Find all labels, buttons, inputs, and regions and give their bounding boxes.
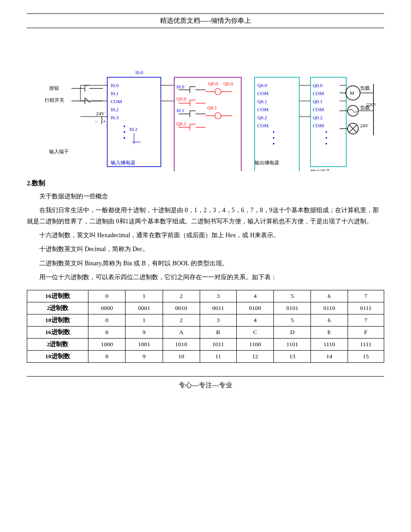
svg-text:Q0.1: Q0.1 bbox=[176, 121, 186, 126]
svg-text:•: • bbox=[273, 141, 275, 147]
svg-text:24V: 24V bbox=[360, 123, 369, 128]
svg-text:COM: COM bbox=[257, 123, 268, 128]
row-header: 2进制数 bbox=[27, 302, 88, 314]
table-cell: 1101 bbox=[274, 338, 311, 350]
plc-diagram: 按钮 行程开关 输入端子 24V − + I0.0 I0.1 bbox=[36, 37, 375, 171]
table-cell: 0101 bbox=[274, 302, 311, 314]
svg-text:•: • bbox=[325, 141, 327, 147]
svg-text:COM: COM bbox=[257, 107, 268, 112]
svg-text:I0.2: I0.2 bbox=[130, 126, 137, 132]
table-cell: 10 bbox=[163, 350, 200, 362]
table-row: 2进制数00000001001000110100010101100111 bbox=[27, 302, 384, 314]
table-cell: 1111 bbox=[348, 338, 384, 350]
table-cell: F bbox=[348, 326, 384, 338]
svg-point-37 bbox=[215, 88, 221, 95]
table-cell: 0011 bbox=[200, 302, 236, 314]
svg-text:•: • bbox=[123, 135, 126, 142]
svg-text:Q0.0: Q0.0 bbox=[313, 83, 323, 88]
table-cell: 0111 bbox=[348, 302, 384, 314]
table-cell: 8 bbox=[88, 350, 126, 362]
table-cell: 0110 bbox=[311, 302, 348, 314]
paragraph-2: 十六进制数，英文叫 Hexadecimal，通常在数字前面（或后面）加上 Hex… bbox=[27, 230, 384, 241]
table-cell: 2 bbox=[163, 314, 200, 326]
svg-text:输入继电器: 输入继电器 bbox=[111, 160, 135, 165]
table-cell: B bbox=[200, 326, 236, 338]
table-cell: 0 bbox=[88, 290, 126, 302]
table-cell: 7 bbox=[348, 314, 384, 326]
table-cell: 1110 bbox=[311, 338, 348, 350]
svg-text:I0.3: I0.3 bbox=[111, 115, 119, 120]
diagram-container: 按钮 行程开关 输入端子 24V − + I0.0 I0.1 bbox=[27, 37, 384, 171]
table-cell: 0010 bbox=[163, 302, 200, 314]
table-cell: 9 bbox=[126, 326, 163, 338]
table-cell: 1 bbox=[126, 290, 163, 302]
table-row: 2进制数10001001101010111100110111101111 bbox=[27, 338, 384, 350]
row-header: 2进制数 bbox=[27, 338, 88, 350]
svg-text:I0.2: I0.2 bbox=[111, 107, 118, 112]
table-cell: 3 bbox=[200, 290, 236, 302]
svg-text:COM: COM bbox=[313, 123, 324, 128]
table-row: 16进制数01234567 bbox=[27, 290, 384, 302]
svg-text:行程开关: 行程开关 bbox=[45, 97, 64, 103]
svg-text:输入端子: 输入端子 bbox=[49, 149, 69, 154]
svg-text:I0.0: I0.0 bbox=[135, 70, 143, 75]
paragraph-4: 二进制数英文叫 Binary,简称为 Bin 或 B，有时以 BOOL 的类型出… bbox=[27, 258, 384, 269]
section-title: 2.数制 bbox=[27, 179, 384, 188]
paragraph-1: 在我们日常生活中，一般都使用十进制，十进制是由 0，1，2，3，4，5，6，7，… bbox=[27, 205, 384, 227]
table-row: 10进制数89101112131415 bbox=[27, 350, 384, 362]
table-row: 10进制数01234567 bbox=[27, 314, 384, 326]
svg-line-9 bbox=[85, 98, 90, 103]
header-line bbox=[27, 13, 384, 14]
table-cell: E bbox=[311, 326, 348, 338]
table-cell: C bbox=[236, 326, 273, 338]
table-cell: 11 bbox=[200, 350, 236, 362]
table: 16进制数012345672进制数00000001001000110100010… bbox=[27, 290, 384, 363]
svg-text:M: M bbox=[350, 90, 354, 96]
table-cell: 4 bbox=[236, 290, 273, 302]
svg-text:Q0.0: Q0.0 bbox=[176, 96, 186, 101]
svg-text:24V: 24V bbox=[96, 111, 105, 116]
svg-text:Q0.0: Q0.0 bbox=[223, 81, 233, 86]
svg-text:输出继电器: 输出继电器 bbox=[255, 160, 279, 165]
row-header: 10进制数 bbox=[27, 314, 88, 326]
table-cell: 0100 bbox=[236, 302, 273, 314]
page: 精选优质文档-----倾情为你奉上 按钮 行程开关 输入端子 24V − + bbox=[0, 0, 411, 532]
svg-point-52 bbox=[215, 113, 221, 119]
table-row: 16进制数89ABCDEF bbox=[27, 326, 384, 338]
table-cell: 7 bbox=[348, 290, 384, 302]
table-cell: 5 bbox=[274, 290, 311, 302]
svg-text:COM: COM bbox=[313, 107, 324, 112]
table-cell: 2 bbox=[163, 290, 200, 302]
row-header: 10进制数 bbox=[27, 350, 88, 362]
table-cell: 5 bbox=[274, 314, 311, 326]
sub-heading: 关于数据进制的一些概念 bbox=[27, 191, 384, 202]
table-cell: 6 bbox=[311, 290, 348, 302]
paragraph-3: 十进制数英文叫 Decimal，简称为 Dec。 bbox=[27, 243, 384, 255]
svg-text:I0.1: I0.1 bbox=[111, 91, 118, 96]
table-cell: 8 bbox=[88, 326, 126, 338]
svg-text:负载: 负载 bbox=[360, 105, 370, 110]
svg-text:Q0.0: Q0.0 bbox=[257, 83, 267, 88]
svg-text:Q0.0: Q0.0 bbox=[208, 81, 218, 86]
table-cell: 0 bbox=[88, 314, 126, 326]
svg-text:−: − bbox=[95, 118, 98, 125]
svg-text:Q0.2: Q0.2 bbox=[313, 115, 323, 120]
svg-text:Q0.1: Q0.1 bbox=[257, 99, 267, 104]
svg-text:COM: COM bbox=[313, 91, 324, 96]
row-header: 16进制数 bbox=[27, 326, 88, 338]
table-cell: 13 bbox=[274, 350, 311, 362]
footer-text: 专心---专注---专业 bbox=[27, 376, 384, 390]
svg-text:I0.1: I0.1 bbox=[176, 108, 184, 113]
table-cell: 6 bbox=[311, 314, 348, 326]
row-header: 16进制数 bbox=[27, 290, 88, 302]
svg-text:Q0.1: Q0.1 bbox=[207, 105, 217, 110]
table-cell: 1011 bbox=[200, 338, 236, 350]
svg-text:I0.0: I0.0 bbox=[176, 84, 185, 89]
svg-text:I0.0: I0.0 bbox=[111, 83, 119, 88]
svg-text:Q0.2: Q0.2 bbox=[257, 115, 267, 120]
svg-text:按钮: 按钮 bbox=[49, 85, 59, 91]
table-cell: D bbox=[274, 326, 311, 338]
table-cell: 1 bbox=[126, 314, 163, 326]
table-cell: 14 bbox=[311, 350, 348, 362]
table-cell: 1100 bbox=[236, 338, 273, 350]
